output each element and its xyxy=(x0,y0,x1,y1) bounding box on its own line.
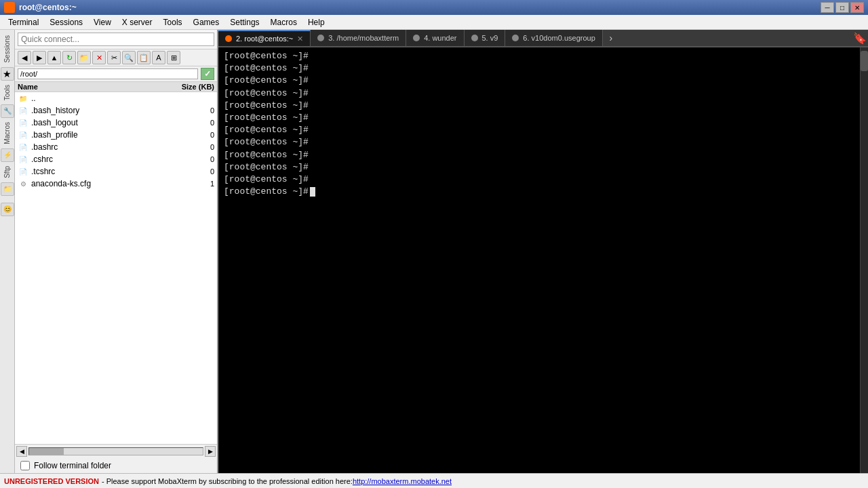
tab-indicator xyxy=(471,35,478,41)
menu-macros[interactable]: Macros xyxy=(265,16,302,28)
filename: .bash_history xyxy=(31,106,167,115)
list-item[interactable]: 📄 .bash_history 0 xyxy=(15,104,217,117)
macros-label: Macros xyxy=(3,122,11,144)
menu-bar: Terminal Sessions View X server Tools Ga… xyxy=(0,15,868,30)
terminal-line: [root@centos ~]# xyxy=(224,124,854,136)
filename: .bash_logout xyxy=(31,118,167,127)
scroll-left-button[interactable]: ◀ xyxy=(16,446,27,457)
list-item[interactable]: 📄 .bash_logout 0 xyxy=(15,117,217,129)
tab-scroll-right-button[interactable]: › xyxy=(603,30,619,46)
path-input[interactable] xyxy=(18,68,198,79)
menu-settings[interactable]: Settings xyxy=(224,16,264,28)
title-bar: root@centos:~ ─ □ ✕ xyxy=(0,0,868,15)
nav-up-button[interactable]: ▲ xyxy=(47,51,61,64)
file-toolbar: ◀ ▶ ▲ ↻ 📁 ✕ ✂ 🔍 📋 A ⊞ xyxy=(15,49,217,66)
header-name: Name xyxy=(18,83,167,91)
path-ok-button[interactable]: ✓ xyxy=(201,68,214,80)
filename: .cshrc xyxy=(31,155,167,164)
close-button[interactable]: ✕ xyxy=(850,2,864,13)
follow-terminal-checkbox[interactable] xyxy=(20,461,30,470)
tools-icon[interactable]: 🔧 xyxy=(1,104,14,118)
menu-games[interactable]: Games xyxy=(188,16,225,28)
list-item[interactable]: 📄 .bashrc 0 xyxy=(15,141,217,153)
menu-help[interactable]: Help xyxy=(302,16,330,28)
search-button[interactable]: 🔍 xyxy=(122,51,136,64)
menu-terminal[interactable]: Terminal xyxy=(3,16,44,28)
filesize: 0 xyxy=(167,155,214,163)
filename: .bashrc xyxy=(31,142,167,152)
file-icon: 📄 xyxy=(18,117,28,128)
paste-button[interactable]: 📋 xyxy=(137,51,151,64)
file-icon: 📄 xyxy=(18,154,28,165)
filesize: 0 xyxy=(167,131,214,139)
restore-button[interactable]: □ xyxy=(835,2,849,13)
sftp-icon[interactable]: 📁 xyxy=(1,182,14,196)
cut-button[interactable]: ✂ xyxy=(107,51,121,64)
terminal-line: [root@centos ~]# xyxy=(224,50,854,62)
quick-connect-bar xyxy=(15,30,217,49)
tab-4[interactable]: 4. wunder xyxy=(406,30,464,46)
tab-3[interactable]: 3. /home/mobaxtterm xyxy=(311,30,406,46)
left-sidebar: Sessions ★ Tools 🔧 Macros ⚡ Sftp 📁 😊 xyxy=(0,30,15,473)
macros-icon[interactable]: ⚡ xyxy=(1,148,14,162)
delete-button[interactable]: ✕ xyxy=(92,51,106,64)
tab-label: 4. wunder xyxy=(424,34,456,42)
list-item[interactable]: 📁 .. xyxy=(15,92,217,104)
new-folder-button[interactable]: 📁 xyxy=(77,51,91,64)
list-item[interactable]: 📄 .cshrc 0 xyxy=(15,153,217,165)
title-bar-controls[interactable]: ─ □ ✕ xyxy=(821,2,864,13)
quick-connect-input[interactable] xyxy=(18,33,214,46)
filename: .bash_profile xyxy=(31,130,167,140)
title-bar-left: root@centos:~ xyxy=(4,2,77,13)
file-icon: ⚙ xyxy=(18,178,28,189)
tab-indicator xyxy=(317,35,324,41)
filesize: 0 xyxy=(167,106,214,115)
terminal-output[interactable]: [root@centos ~]# [root@centos ~]# [root@… xyxy=(218,47,860,473)
terminal-line: [root@centos ~]# xyxy=(224,112,854,124)
text-button[interactable]: A xyxy=(152,51,165,64)
tab-6[interactable]: 6. v10dom0.usegroup xyxy=(505,30,602,46)
minimize-button[interactable]: ─ xyxy=(821,2,834,13)
menu-xserver[interactable]: X server xyxy=(117,16,158,28)
tab-2[interactable]: 2. root@centos:~ ✕ xyxy=(218,30,311,46)
tab-label: 5. v9 xyxy=(482,34,498,42)
app-icon xyxy=(4,2,15,13)
scroll-track[interactable] xyxy=(28,447,203,455)
horizontal-scrollbar[interactable]: ◀ ▶ xyxy=(15,445,217,458)
list-item[interactable]: ⚙ anaconda-ks.cfg 1 xyxy=(15,178,217,190)
tab-label: 3. /home/mobaxtterm xyxy=(328,34,399,42)
filename: anaconda-ks.cfg xyxy=(31,179,167,188)
main-area: Sessions ★ Tools 🔧 Macros ⚡ Sftp 📁 😊 ◀ ▶… xyxy=(0,30,868,473)
sessions-icon[interactable]: ★ xyxy=(1,67,14,81)
refresh-button[interactable]: ↻ xyxy=(62,51,76,64)
follow-terminal-bar: Follow terminal folder xyxy=(15,458,217,473)
terminal-scrollbar[interactable] xyxy=(860,47,868,473)
list-item[interactable]: 📄 .tcshrc 0 xyxy=(15,165,217,178)
window-title: root@centos:~ xyxy=(19,3,77,12)
list-item[interactable]: 📄 .bash_profile 0 xyxy=(15,129,217,141)
file-panel-bottom: ◀ ▶ Follow terminal folder xyxy=(15,444,217,473)
grid-button[interactable]: ⊞ xyxy=(167,51,180,64)
filesize: 0 xyxy=(167,167,214,176)
sftp-label: Sftp xyxy=(3,166,11,178)
tab-close-button[interactable]: ✕ xyxy=(297,35,303,43)
menu-tools[interactable]: Tools xyxy=(158,16,188,28)
status-link[interactable]: http://mobaxterm.mobatek.net xyxy=(353,477,452,485)
tab-5[interactable]: 5. v9 xyxy=(465,30,506,46)
nav-forward-button[interactable]: ▶ xyxy=(33,51,46,64)
terminal-line: [root@centos ~]# xyxy=(224,100,854,112)
tab-bookmark-button[interactable]: 🔖 xyxy=(852,30,868,46)
terminal-cursor-line: [root@centos ~]# xyxy=(224,186,854,198)
scroll-thumb[interactable] xyxy=(29,448,64,455)
nav-back-button[interactable]: ◀ xyxy=(18,51,31,64)
terminal-line: [root@centos ~]# xyxy=(224,87,854,100)
smile-icon[interactable]: 😊 xyxy=(1,203,14,216)
terminal-line: [root@centos ~]# xyxy=(224,75,854,87)
menu-sessions[interactable]: Sessions xyxy=(44,16,88,28)
tab-bar: 2. root@centos:~ ✕ 3. /home/mobaxtterm 4… xyxy=(218,30,868,47)
filesize: 0 xyxy=(167,119,214,127)
file-list-header: Name Size (KB) xyxy=(15,82,217,92)
scroll-right-button[interactable]: ▶ xyxy=(205,446,216,457)
menu-view[interactable]: View xyxy=(88,16,117,28)
file-list: Name Size (KB) 📁 .. 📄 .bash_history 0 📄 … xyxy=(15,82,217,444)
